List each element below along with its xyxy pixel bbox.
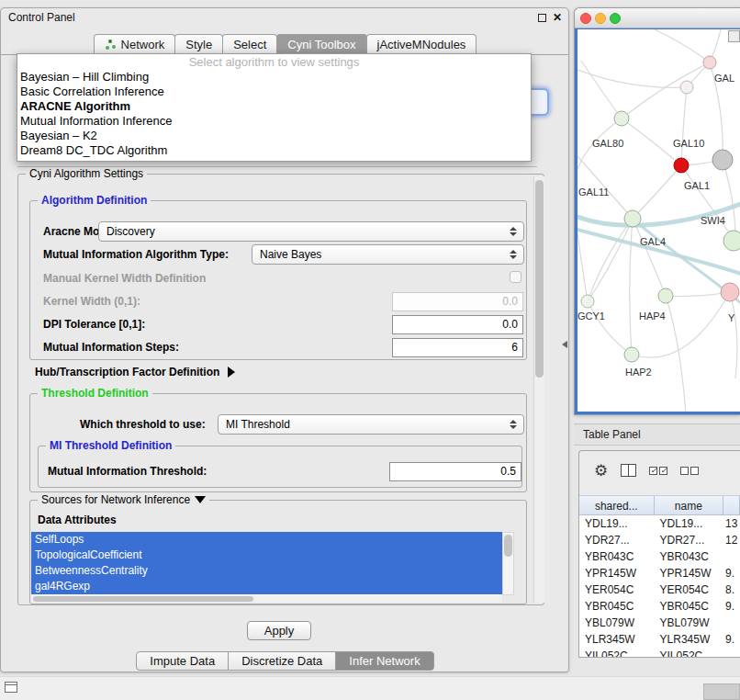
node-hap2[interactable] <box>624 347 639 362</box>
apply-button[interactable]: Apply <box>247 621 311 640</box>
table-row[interactable]: YBR043CYBR043C <box>579 548 740 565</box>
settings-scrollbar[interactable] <box>533 176 544 603</box>
panel-collapse-icon[interactable] <box>562 341 567 348</box>
table-row[interactable]: YDL19...YDL19...13 <box>579 515 740 532</box>
algorithm-option[interactable]: Bayesian – K2 <box>17 129 531 143</box>
bottom-tab-infer-network[interactable]: Infer Network <box>335 651 433 671</box>
algorithm-option[interactable]: Dream8 DC_TDC Algorithm <box>17 143 531 158</box>
column-header[interactable]: shared... <box>579 495 655 515</box>
table-row[interactable]: YPR145WYPR145W9. <box>579 565 740 581</box>
sources-group-title[interactable]: Sources for Network Inference <box>38 493 209 506</box>
table-row[interactable]: YBL079WYBL079W <box>579 615 740 631</box>
table-row[interactable]: YBR045CYBR045C9. <box>579 598 740 615</box>
list-vertical-scrollbar[interactable] <box>502 532 514 595</box>
algorithm-option[interactable]: Basic Correlation Inference <box>17 85 531 99</box>
network-edge[interactable] <box>666 292 730 297</box>
collapse-arrow-icon <box>195 496 206 503</box>
network-icon <box>105 40 117 51</box>
window-title: Control Panel <box>8 11 75 24</box>
list-horizontal-scrollbar[interactable] <box>31 595 502 603</box>
table-row[interactable]: YDR27...YDR27...12 <box>579 532 740 548</box>
algorithm-option[interactable]: ARACNE Algorithm <box>17 99 531 114</box>
node-red[interactable] <box>674 158 689 173</box>
attribute-item[interactable]: BetweennessCentrality <box>31 563 502 579</box>
network-edge[interactable] <box>630 219 633 355</box>
select-all-icon[interactable] <box>649 467 667 475</box>
node-gal80[interactable] <box>614 111 629 126</box>
bottom-tab-impute-data[interactable]: Impute Data <box>136 651 229 671</box>
column-header[interactable]: name <box>655 495 724 515</box>
node-hap4[interactable] <box>658 288 673 303</box>
aracne-mode-select[interactable]: Discovery <box>98 221 524 242</box>
network-edge[interactable] <box>588 219 633 301</box>
table-row[interactable]: YLR345WYLR345W9. <box>579 631 740 648</box>
columns-icon[interactable] <box>621 464 636 477</box>
tab-select[interactable]: Select <box>222 34 277 54</box>
minimize-traffic-light-icon[interactable] <box>595 13 606 24</box>
network-edge[interactable] <box>633 165 681 219</box>
node-gcy1[interactable] <box>581 295 594 308</box>
cyni-settings-group: Cyni Algorithm Settings Algorithm Defini… <box>17 174 544 605</box>
node-gal4[interactable] <box>624 210 641 227</box>
combo-arrows-icon <box>507 227 520 236</box>
hub-definition-toggle[interactable]: Hub/Transcription Factor Definition <box>35 366 235 378</box>
network-canvas[interactable]: GALGAL80GAL10GAL11GAL1SWI4GAL4GCY1HAP4YH… <box>577 29 740 413</box>
mi-threshold-field[interactable]: 0.5 <box>389 462 521 481</box>
column-header[interactable] <box>723 495 740 515</box>
close-icon[interactable]: ✕ <box>553 11 562 24</box>
network-edge[interactable] <box>681 87 687 165</box>
network-edge[interactable] <box>622 62 710 119</box>
network-edge[interactable] <box>581 61 622 119</box>
which-threshold-select[interactable]: MI Threshold <box>218 414 524 435</box>
deselect-all-icon[interactable] <box>680 467 699 475</box>
node-swi4[interactable] <box>723 231 740 251</box>
float-window-icon[interactable] <box>538 14 546 22</box>
combo-arrows-icon <box>507 250 520 259</box>
bottom-tab-discretize-data[interactable]: Discretize Data <box>228 651 336 671</box>
algorithm-option[interactable]: Mutual Information Inference <box>17 114 531 129</box>
tab-cyni-toolbox[interactable]: Cyni Toolbox <box>276 34 366 54</box>
algorithm-option[interactable]: Bayesian – Hill Climbing <box>17 70 531 85</box>
gear-icon[interactable]: ⚙ <box>594 463 608 479</box>
dpi-tolerance-field[interactable]: 0.0 <box>392 315 523 334</box>
scrollbar-thumb[interactable] <box>535 180 544 378</box>
table-row[interactable]: YER054CYER054C8. <box>579 581 740 598</box>
network-window-titlebar[interactable] <box>575 8 740 28</box>
network-edge[interactable] <box>577 233 588 301</box>
network-edge[interactable] <box>730 292 737 378</box>
attribute-item[interactable]: gal4RGexp <box>31 579 502 594</box>
which-threshold-value: MI Threshold <box>219 418 507 431</box>
attribute-item[interactable]: SelfLoops <box>31 532 502 548</box>
control-panel-titlebar[interactable]: Control Panel ✕ <box>1 8 568 27</box>
node-pale-top[interactable] <box>680 81 693 94</box>
tab-jactivemnodules[interactable]: jActiveMNodules <box>366 34 477 54</box>
table-row[interactable]: YIL052CYIL052C <box>579 648 740 657</box>
scrollbar-thumb[interactable] <box>504 535 512 557</box>
tab-style[interactable]: Style <box>174 34 223 54</box>
network-edge[interactable] <box>655 29 710 62</box>
hub-definition-label: Hub/Transcription Factor Definition <box>35 366 219 378</box>
close-traffic-light-icon[interactable] <box>580 13 591 24</box>
node-pink-right[interactable] <box>721 283 739 301</box>
attribute-item[interactable]: TopologicalCoefficient <box>31 548 502 563</box>
manual-kernel-width-checkbox[interactable] <box>510 271 521 283</box>
network-edge[interactable] <box>588 219 633 301</box>
mi-threshold-group-title: MI Threshold Definition <box>46 439 175 452</box>
minimized-panel-icon[interactable] <box>5 682 17 693</box>
table-cell: YBR045C <box>579 598 655 615</box>
mi-steps-field[interactable]: 6 <box>392 338 523 357</box>
zoom-traffic-light-icon[interactable] <box>610 13 621 24</box>
node-pink-top[interactable] <box>703 56 716 69</box>
data-attributes-list: SelfLoopsTopologicalCoefficientBetweenne… <box>31 532 502 595</box>
node-gray[interactable] <box>712 150 733 170</box>
network-edge[interactable] <box>632 292 730 357</box>
mi-algorithm-type-select[interactable]: Naive Bayes <box>252 244 524 265</box>
table-cell: 9. <box>723 631 740 648</box>
network-edge[interactable] <box>588 301 632 355</box>
tab-network[interactable]: Network <box>94 34 176 54</box>
network-edge[interactable] <box>681 165 734 239</box>
mi-algorithm-type-value: Naive Bayes <box>252 248 507 261</box>
scrollbar-thumb[interactable] <box>33 596 253 602</box>
scroll-corner-widget[interactable] <box>728 30 740 42</box>
network-edge[interactable] <box>633 219 666 296</box>
